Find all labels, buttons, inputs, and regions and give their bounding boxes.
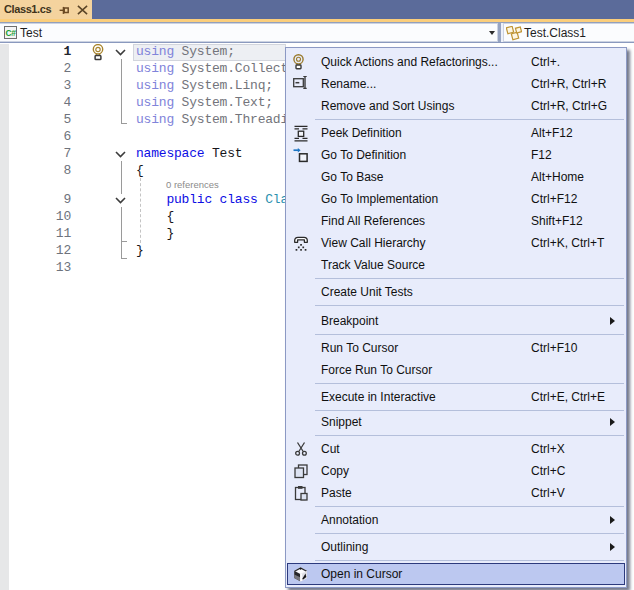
svg-text:C#: C# — [5, 27, 16, 37]
